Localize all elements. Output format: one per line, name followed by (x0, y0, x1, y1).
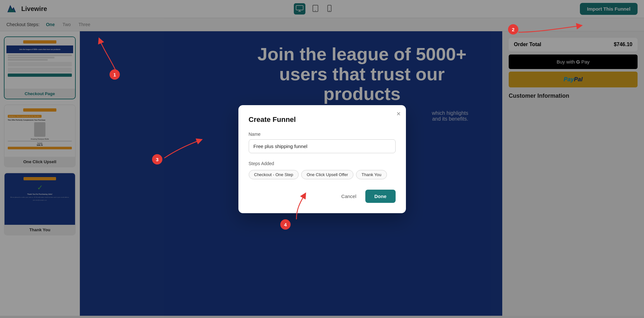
step-chip-0: Checkout - One Step (249, 170, 299, 179)
steps-chips: Checkout - One Step One Click Upsell Off… (249, 170, 396, 179)
step-chip-1: One Click Upsell Offer (301, 170, 353, 179)
modal-actions: Cancel Done (249, 190, 396, 203)
modal-overlay[interactable]: × Create Funnel Name Steps Added Checkou… (0, 0, 644, 316)
create-funnel-modal: × Create Funnel Name Steps Added Checkou… (238, 105, 406, 213)
modal-title: Create Funnel (249, 115, 396, 124)
modal-close-button[interactable]: × (397, 110, 401, 117)
name-label: Name (249, 132, 396, 137)
cancel-button[interactable]: Cancel (336, 190, 361, 202)
done-button[interactable]: Done (365, 190, 396, 203)
step-chip-2: Thank You (356, 170, 387, 179)
funnel-name-input[interactable] (249, 139, 396, 153)
steps-added-label: Steps Added (249, 161, 396, 166)
